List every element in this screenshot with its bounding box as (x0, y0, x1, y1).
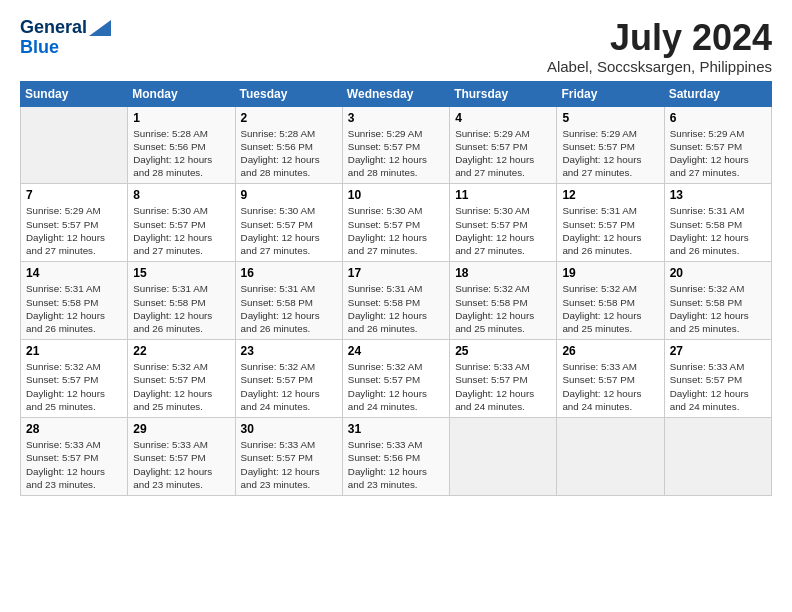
day-info: Sunrise: 5:33 AM Sunset: 5:57 PM Dayligh… (241, 438, 338, 491)
day-info: Sunrise: 5:33 AM Sunset: 5:57 PM Dayligh… (26, 438, 123, 491)
calendar-cell: 24Sunrise: 5:32 AM Sunset: 5:57 PM Dayli… (342, 340, 449, 418)
calendar-cell (557, 418, 664, 496)
day-info: Sunrise: 5:29 AM Sunset: 5:57 PM Dayligh… (26, 204, 123, 257)
calendar-header-thursday: Thursday (450, 81, 557, 106)
calendar-cell (664, 418, 771, 496)
logo-general: General (20, 17, 87, 37)
day-number: 9 (241, 188, 338, 202)
day-info: Sunrise: 5:32 AM Sunset: 5:57 PM Dayligh… (26, 360, 123, 413)
day-number: 15 (133, 266, 230, 280)
day-number: 19 (562, 266, 659, 280)
day-number: 16 (241, 266, 338, 280)
calendar-cell: 23Sunrise: 5:32 AM Sunset: 5:57 PM Dayli… (235, 340, 342, 418)
day-number: 3 (348, 111, 445, 125)
calendar-cell: 7Sunrise: 5:29 AM Sunset: 5:57 PM Daylig… (21, 184, 128, 262)
calendar-cell: 19Sunrise: 5:32 AM Sunset: 5:58 PM Dayli… (557, 262, 664, 340)
day-number: 17 (348, 266, 445, 280)
calendar-header-sunday: Sunday (21, 81, 128, 106)
calendar-header-monday: Monday (128, 81, 235, 106)
calendar-cell: 11Sunrise: 5:30 AM Sunset: 5:57 PM Dayli… (450, 184, 557, 262)
calendar-cell: 31Sunrise: 5:33 AM Sunset: 5:56 PM Dayli… (342, 418, 449, 496)
calendar-cell: 20Sunrise: 5:32 AM Sunset: 5:58 PM Dayli… (664, 262, 771, 340)
calendar-cell: 17Sunrise: 5:31 AM Sunset: 5:58 PM Dayli… (342, 262, 449, 340)
day-info: Sunrise: 5:29 AM Sunset: 5:57 PM Dayligh… (455, 127, 552, 180)
day-number: 12 (562, 188, 659, 202)
day-number: 28 (26, 422, 123, 436)
calendar-cell: 9Sunrise: 5:30 AM Sunset: 5:57 PM Daylig… (235, 184, 342, 262)
calendar-week-row: 28Sunrise: 5:33 AM Sunset: 5:57 PM Dayli… (21, 418, 772, 496)
calendar-cell: 29Sunrise: 5:33 AM Sunset: 5:57 PM Dayli… (128, 418, 235, 496)
day-info: Sunrise: 5:31 AM Sunset: 5:58 PM Dayligh… (348, 282, 445, 335)
logo-text: General (20, 18, 111, 38)
day-number: 18 (455, 266, 552, 280)
calendar-week-row: 7Sunrise: 5:29 AM Sunset: 5:57 PM Daylig… (21, 184, 772, 262)
calendar-cell: 12Sunrise: 5:31 AM Sunset: 5:57 PM Dayli… (557, 184, 664, 262)
day-info: Sunrise: 5:31 AM Sunset: 5:57 PM Dayligh… (562, 204, 659, 257)
day-info: Sunrise: 5:33 AM Sunset: 5:57 PM Dayligh… (562, 360, 659, 413)
calendar-table: SundayMondayTuesdayWednesdayThursdayFrid… (20, 81, 772, 496)
calendar-header-saturday: Saturday (664, 81, 771, 106)
day-info: Sunrise: 5:28 AM Sunset: 5:56 PM Dayligh… (241, 127, 338, 180)
calendar-header-friday: Friday (557, 81, 664, 106)
day-info: Sunrise: 5:30 AM Sunset: 5:57 PM Dayligh… (241, 204, 338, 257)
calendar-cell: 21Sunrise: 5:32 AM Sunset: 5:57 PM Dayli… (21, 340, 128, 418)
calendar-week-row: 1Sunrise: 5:28 AM Sunset: 5:56 PM Daylig… (21, 106, 772, 184)
calendar-week-row: 14Sunrise: 5:31 AM Sunset: 5:58 PM Dayli… (21, 262, 772, 340)
calendar-header-row: SundayMondayTuesdayWednesdayThursdayFrid… (21, 81, 772, 106)
calendar-header-wednesday: Wednesday (342, 81, 449, 106)
calendar-cell: 6Sunrise: 5:29 AM Sunset: 5:57 PM Daylig… (664, 106, 771, 184)
calendar-cell: 22Sunrise: 5:32 AM Sunset: 5:57 PM Dayli… (128, 340, 235, 418)
day-info: Sunrise: 5:32 AM Sunset: 5:57 PM Dayligh… (348, 360, 445, 413)
day-info: Sunrise: 5:31 AM Sunset: 5:58 PM Dayligh… (241, 282, 338, 335)
day-info: Sunrise: 5:32 AM Sunset: 5:57 PM Dayligh… (133, 360, 230, 413)
day-info: Sunrise: 5:30 AM Sunset: 5:57 PM Dayligh… (348, 204, 445, 257)
calendar-cell: 28Sunrise: 5:33 AM Sunset: 5:57 PM Dayli… (21, 418, 128, 496)
day-info: Sunrise: 5:31 AM Sunset: 5:58 PM Dayligh… (26, 282, 123, 335)
day-number: 26 (562, 344, 659, 358)
calendar-cell: 10Sunrise: 5:30 AM Sunset: 5:57 PM Dayli… (342, 184, 449, 262)
page-container: General Blue July 2024 Alabel, Soccsksar… (0, 0, 792, 506)
calendar-cell: 4Sunrise: 5:29 AM Sunset: 5:57 PM Daylig… (450, 106, 557, 184)
day-info: Sunrise: 5:29 AM Sunset: 5:57 PM Dayligh… (670, 127, 767, 180)
svg-marker-0 (89, 20, 111, 36)
day-info: Sunrise: 5:33 AM Sunset: 5:57 PM Dayligh… (455, 360, 552, 413)
logo: General Blue (20, 18, 111, 58)
day-info: Sunrise: 5:33 AM Sunset: 5:56 PM Dayligh… (348, 438, 445, 491)
calendar-week-row: 21Sunrise: 5:32 AM Sunset: 5:57 PM Dayli… (21, 340, 772, 418)
day-number: 21 (26, 344, 123, 358)
day-info: Sunrise: 5:29 AM Sunset: 5:57 PM Dayligh… (562, 127, 659, 180)
calendar-cell: 3Sunrise: 5:29 AM Sunset: 5:57 PM Daylig… (342, 106, 449, 184)
calendar-cell: 1Sunrise: 5:28 AM Sunset: 5:56 PM Daylig… (128, 106, 235, 184)
logo-icon (89, 20, 111, 36)
calendar-cell: 8Sunrise: 5:30 AM Sunset: 5:57 PM Daylig… (128, 184, 235, 262)
day-info: Sunrise: 5:32 AM Sunset: 5:58 PM Dayligh… (670, 282, 767, 335)
day-number: 1 (133, 111, 230, 125)
day-number: 5 (562, 111, 659, 125)
day-number: 8 (133, 188, 230, 202)
calendar-cell: 2Sunrise: 5:28 AM Sunset: 5:56 PM Daylig… (235, 106, 342, 184)
day-number: 20 (670, 266, 767, 280)
day-number: 23 (241, 344, 338, 358)
calendar-cell: 27Sunrise: 5:33 AM Sunset: 5:57 PM Dayli… (664, 340, 771, 418)
day-info: Sunrise: 5:31 AM Sunset: 5:58 PM Dayligh… (133, 282, 230, 335)
calendar-cell (450, 418, 557, 496)
location-subtitle: Alabel, Soccsksargen, Philippines (547, 58, 772, 75)
day-info: Sunrise: 5:32 AM Sunset: 5:57 PM Dayligh… (241, 360, 338, 413)
logo-blue: Blue (20, 38, 59, 58)
day-number: 30 (241, 422, 338, 436)
calendar-cell: 16Sunrise: 5:31 AM Sunset: 5:58 PM Dayli… (235, 262, 342, 340)
calendar-cell: 26Sunrise: 5:33 AM Sunset: 5:57 PM Dayli… (557, 340, 664, 418)
day-number: 11 (455, 188, 552, 202)
calendar-cell: 5Sunrise: 5:29 AM Sunset: 5:57 PM Daylig… (557, 106, 664, 184)
calendar-cell: 15Sunrise: 5:31 AM Sunset: 5:58 PM Dayli… (128, 262, 235, 340)
day-info: Sunrise: 5:33 AM Sunset: 5:57 PM Dayligh… (670, 360, 767, 413)
day-number: 7 (26, 188, 123, 202)
month-year-title: July 2024 (547, 18, 772, 58)
calendar-cell: 30Sunrise: 5:33 AM Sunset: 5:57 PM Dayli… (235, 418, 342, 496)
calendar-header-tuesday: Tuesday (235, 81, 342, 106)
day-info: Sunrise: 5:29 AM Sunset: 5:57 PM Dayligh… (348, 127, 445, 180)
day-number: 14 (26, 266, 123, 280)
day-info: Sunrise: 5:33 AM Sunset: 5:57 PM Dayligh… (133, 438, 230, 491)
day-number: 25 (455, 344, 552, 358)
day-number: 27 (670, 344, 767, 358)
